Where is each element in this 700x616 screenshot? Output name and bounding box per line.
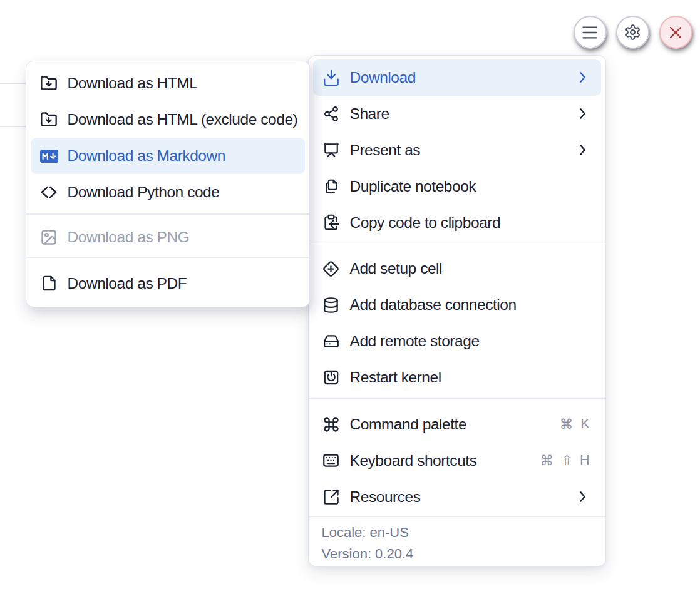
menu-item-add-setup-cell[interactable]: Add setup cell xyxy=(313,250,601,287)
menu-item-label: Keyboard shortcuts xyxy=(350,452,477,470)
menu-item-copy-code-to-clipboard[interactable]: Copy code to clipboard xyxy=(313,205,601,241)
menu-item-command-palette[interactable]: Command palette⌘K xyxy=(313,406,601,443)
menu-item-label: Copy code to clipboard xyxy=(350,214,501,232)
menu-item-download-as-markdown[interactable]: Download as Markdown xyxy=(31,138,306,174)
shutdown-button[interactable] xyxy=(659,16,692,49)
folder-down-icon xyxy=(40,111,58,129)
file-icon xyxy=(40,274,58,292)
menu-item-download-as-html[interactable]: Download as HTML xyxy=(31,65,306,101)
menu-item-present-as[interactable]: Present as xyxy=(313,132,601,168)
menu-item-add-database-connection[interactable]: Add database connection xyxy=(313,287,601,323)
menu-item-download-as-png: Download as PNG xyxy=(31,219,306,255)
shortcut-key: ⇧ xyxy=(561,453,572,469)
notebook-menu-button[interactable] xyxy=(574,16,607,49)
menu-item-add-remote-storage[interactable]: Add remote storage xyxy=(313,323,601,359)
menu-item-label: Download as HTML xyxy=(68,74,198,92)
menu-item-label: Download as PNG xyxy=(68,228,190,246)
menu-footer: Locale: en-USVersion: 0.20.4 xyxy=(313,517,601,565)
drive-icon xyxy=(324,334,339,349)
menu-item-label: Download xyxy=(350,69,416,86)
command-icon xyxy=(324,417,339,432)
menu-item-keyboard-shortcuts[interactable]: Keyboard shortcuts⌘⇧H xyxy=(313,443,601,479)
menu-item-label: Command palette xyxy=(350,416,467,433)
shortcut-key: ⌘ xyxy=(560,416,574,433)
page-content-line xyxy=(0,126,26,127)
menu-item-restart-kernel[interactable]: Restart kernel xyxy=(313,359,601,396)
database-icon xyxy=(324,297,339,312)
close-icon xyxy=(665,22,686,43)
menu-item-download-as-pdf[interactable]: Download as PDF xyxy=(31,265,306,302)
presentation-icon xyxy=(324,143,339,158)
shortcut-hint: ⌘⇧H xyxy=(540,453,589,469)
menu-item-label: Add remote storage xyxy=(350,332,480,350)
menu-item-label: Add setup cell xyxy=(350,260,443,277)
chevron-right-icon xyxy=(579,144,586,156)
menu-separator xyxy=(26,213,310,215)
menu-item-label: Download as HTML (exclude code) xyxy=(68,111,298,128)
menu-item-label: Download as Markdown xyxy=(68,147,225,165)
page-content-line xyxy=(0,83,26,84)
image-icon xyxy=(40,228,58,247)
shortcut-hint: ⌘K xyxy=(560,416,590,433)
menu-item-resources[interactable]: Resources xyxy=(313,479,601,515)
notebook-actions-menu: DownloadSharePresent asDuplicate noteboo… xyxy=(308,55,606,567)
clipboard-copy-icon xyxy=(324,215,339,230)
markdown-icon xyxy=(40,147,58,165)
menu-item-label: Download as PDF xyxy=(68,275,187,292)
download-submenu: Download as HTMLDownload as HTML (exclud… xyxy=(26,61,311,307)
menu-item-label: Duplicate notebook xyxy=(350,178,476,195)
code-icon xyxy=(40,183,58,202)
menu-separator xyxy=(26,257,310,258)
chevron-right-icon xyxy=(579,491,586,503)
chevron-right-icon xyxy=(579,108,586,120)
menu-footer-line: Version: 0.20.4 xyxy=(322,543,601,565)
menu-item-download-as-html-exclude-code[interactable]: Download as HTML (exclude code) xyxy=(31,101,306,138)
settings-button[interactable] xyxy=(616,16,649,49)
hamburger-icon xyxy=(580,23,599,42)
share-icon xyxy=(324,106,339,121)
menu-footer-line: Locale: en-US xyxy=(322,522,601,544)
square-power-icon xyxy=(324,370,339,385)
diamond-plus-icon xyxy=(324,261,339,276)
chevron-right-icon xyxy=(579,71,586,83)
download-icon xyxy=(324,70,339,85)
menu-item-label: Download Python code xyxy=(68,183,220,201)
menu-item-label: Add database connection xyxy=(350,296,517,314)
menu-item-label: Present as xyxy=(350,141,421,159)
menu-item-label: Share xyxy=(350,105,389,123)
shortcut-key: H xyxy=(580,453,590,469)
menu-item-share[interactable]: Share xyxy=(313,96,601,132)
shortcut-key: K xyxy=(580,416,589,433)
duplicate-icon xyxy=(324,179,339,194)
menu-item-download-python-code[interactable]: Download Python code xyxy=(31,174,306,210)
menu-separator xyxy=(309,398,605,399)
keyboard-icon xyxy=(324,453,339,468)
menu-item-download[interactable]: Download xyxy=(313,59,601,96)
menu-item-label: Resources xyxy=(350,488,421,506)
menu-item-duplicate-notebook[interactable]: Duplicate notebook xyxy=(313,168,601,205)
menu-item-label: Restart kernel xyxy=(350,369,441,386)
gear-icon xyxy=(624,24,641,41)
external-link-icon xyxy=(324,490,339,505)
shortcut-key: ⌘ xyxy=(540,453,553,469)
marimo-notebook-page: DownloadSharePresent asDuplicate noteboo… xyxy=(0,0,700,616)
folder-down-icon xyxy=(40,74,58,93)
menu-separator xyxy=(309,244,605,245)
